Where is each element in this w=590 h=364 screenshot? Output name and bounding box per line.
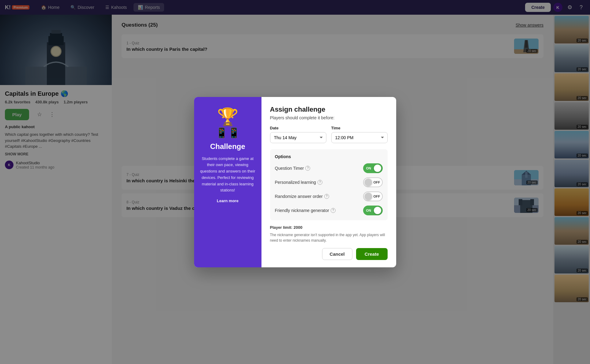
question-timer-toggle[interactable]: ON	[363, 163, 383, 173]
option-label-question-timer: Question Timer ?	[275, 166, 310, 171]
randomize-help-icon[interactable]: ?	[324, 194, 329, 199]
option-row-personalized-learning: Personalized learning ? OFF	[275, 177, 383, 187]
learn-more-link[interactable]: Learn more	[217, 199, 239, 203]
option-row-randomize-answer: Randomize answer order ? OFF	[275, 191, 383, 201]
date-label: Date	[270, 126, 326, 130]
toggle-knob	[374, 207, 381, 214]
personalized-learning-help-icon[interactable]: ?	[318, 180, 322, 185]
time-select[interactable]: 9:00 AM 10:00 AM 11:00 AM 12:00 PM 1:00 …	[331, 132, 388, 143]
toggle-knob	[365, 193, 372, 200]
nickname-generator-toggle[interactable]: ON	[363, 206, 383, 215]
assign-challenge-modal: 🏆 📱📱 Challenge Students complete a game …	[194, 97, 396, 267]
option-row-nickname-generator: Friendly nickname generator ? ON	[275, 206, 383, 215]
trophy-icon: 🏆	[217, 107, 239, 127]
nickname-help-icon[interactable]: ?	[331, 208, 336, 213]
option-label-text: Question Timer	[275, 166, 304, 171]
modal-right-panel: Assign challenge Players should complete…	[261, 97, 396, 267]
options-title: Options	[275, 154, 383, 159]
cancel-button[interactable]: Cancel	[322, 248, 352, 260]
time-field-group: Time 9:00 AM 10:00 AM 11:00 AM 12:00 PM …	[331, 126, 388, 143]
trophy-phones-icon: 📱📱	[216, 127, 240, 139]
modal-left-panel: 🏆 📱📱 Challenge Students complete a game …	[194, 97, 261, 267]
modal-challenge-description: Students complete a game at their own pa…	[200, 156, 255, 194]
option-label-personalized-learning: Personalized learning ?	[275, 180, 323, 185]
option-label-nickname-generator: Friendly nickname generator ?	[275, 208, 336, 213]
time-label: Time	[331, 126, 388, 130]
option-label-text: Randomize answer order	[275, 194, 323, 199]
modal-subtitle: Players should complete it before:	[270, 115, 388, 120]
modal-overlay: 🏆 📱📱 Challenge Students complete a game …	[0, 0, 590, 364]
modal-title: Assign challenge	[270, 106, 388, 113]
toggle-on-label: ON	[366, 166, 371, 170]
personalized-learning-toggle[interactable]: OFF	[363, 177, 383, 187]
modal-challenge-title: Challenge	[210, 142, 245, 151]
options-section: Options Question Timer ? ON Personali	[270, 149, 388, 220]
modal-footer: Cancel Create	[270, 246, 388, 260]
option-label-text: Friendly nickname generator	[275, 208, 329, 213]
nickname-notice-text: The nickname generator isn't supported i…	[270, 232, 388, 243]
toggle-off-label: OFF	[374, 180, 380, 184]
toggle-knob	[374, 165, 381, 172]
toggle-on-label: ON	[366, 209, 371, 212]
create-challenge-button[interactable]: Create	[356, 248, 388, 260]
player-limit-text: Player limit: 2000	[270, 225, 388, 230]
randomize-answer-toggle[interactable]: OFF	[363, 191, 383, 201]
question-timer-help-icon[interactable]: ?	[305, 166, 310, 171]
date-time-row: Date Mon 11 May Tue 12 May Wed 13 May Th…	[270, 126, 388, 143]
option-label-randomize-answer: Randomize answer order ?	[275, 194, 329, 199]
option-row-question-timer: Question Timer ? ON	[275, 163, 383, 173]
toggle-knob	[365, 179, 372, 186]
date-select[interactable]: Mon 11 May Tue 12 May Wed 13 May Thu 14 …	[270, 132, 326, 143]
toggle-off-label: OFF	[374, 195, 380, 198]
date-field-group: Date Mon 11 May Tue 12 May Wed 13 May Th…	[270, 126, 326, 143]
option-label-text: Personalized learning	[275, 180, 316, 185]
